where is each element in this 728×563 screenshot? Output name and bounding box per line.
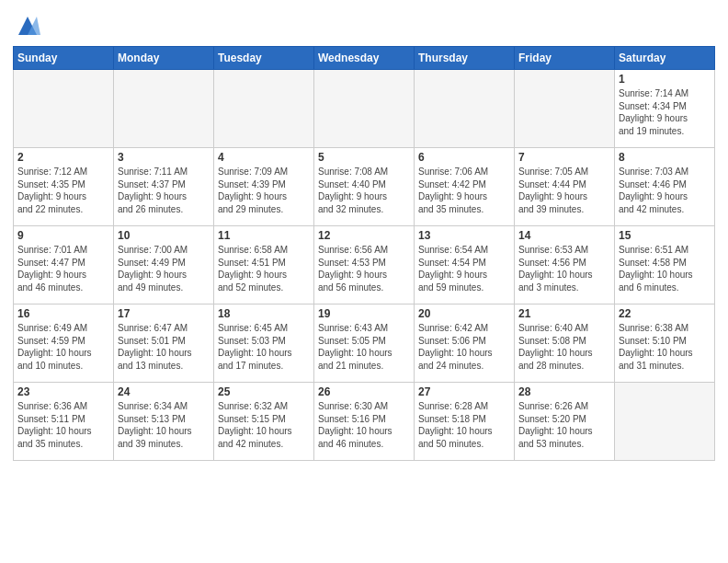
weekday-header-friday: Friday	[515, 47, 615, 70]
day-number: 7	[518, 151, 610, 164]
weekday-header-sunday: Sunday	[14, 47, 114, 70]
calendar-cell: 20Sunrise: 6:42 AM Sunset: 5:06 PM Dayli…	[415, 304, 515, 383]
day-number: 6	[418, 151, 510, 164]
day-info: Sunrise: 6:47 AM Sunset: 5:01 PM Dayligh…	[118, 322, 210, 372]
day-info: Sunrise: 7:05 AM Sunset: 4:44 PM Dayligh…	[518, 166, 610, 215]
calendar-cell	[615, 383, 715, 461]
calendar-cell	[415, 70, 515, 148]
day-number: 26	[318, 385, 410, 398]
day-info: Sunrise: 6:38 AM Sunset: 5:10 PM Dayligh…	[619, 322, 711, 372]
week-row-1: 1Sunrise: 7:14 AM Sunset: 4:34 PM Daylig…	[14, 70, 715, 148]
calendar-cell: 3Sunrise: 7:11 AM Sunset: 4:37 PM Daylig…	[114, 148, 214, 226]
calendar-cell: 21Sunrise: 6:40 AM Sunset: 5:08 PM Dayli…	[515, 304, 615, 383]
day-info: Sunrise: 7:14 AM Sunset: 4:34 PM Dayligh…	[619, 87, 711, 137]
day-info: Sunrise: 7:06 AM Sunset: 4:42 PM Dayligh…	[418, 166, 510, 215]
calendar-cell	[214, 70, 314, 148]
calendar-cell: 12Sunrise: 6:56 AM Sunset: 4:53 PM Dayli…	[314, 226, 415, 304]
day-info: Sunrise: 6:40 AM Sunset: 5:08 PM Dayligh…	[518, 322, 610, 372]
calendar-cell: 24Sunrise: 6:34 AM Sunset: 5:13 PM Dayli…	[114, 383, 214, 461]
calendar-cell: 7Sunrise: 7:05 AM Sunset: 4:44 PM Daylig…	[515, 148, 615, 226]
day-number: 27	[418, 385, 510, 398]
day-info: Sunrise: 7:01 AM Sunset: 4:47 PM Dayligh…	[17, 244, 109, 293]
calendar-cell: 28Sunrise: 6:26 AM Sunset: 5:20 PM Dayli…	[515, 383, 615, 461]
day-number: 8	[619, 151, 711, 164]
day-info: Sunrise: 6:32 AM Sunset: 5:15 PM Dayligh…	[218, 400, 310, 450]
day-number: 20	[418, 307, 510, 320]
day-info: Sunrise: 6:53 AM Sunset: 4:56 PM Dayligh…	[518, 244, 610, 293]
calendar-cell: 27Sunrise: 6:28 AM Sunset: 5:18 PM Dayli…	[415, 383, 515, 461]
day-info: Sunrise: 6:28 AM Sunset: 5:18 PM Dayligh…	[418, 400, 510, 450]
day-number: 22	[619, 307, 711, 320]
weekday-header-wednesday: Wednesday	[314, 47, 415, 70]
calendar-cell: 5Sunrise: 7:08 AM Sunset: 4:40 PM Daylig…	[314, 148, 415, 226]
calendar-cell: 6Sunrise: 7:06 AM Sunset: 4:42 PM Daylig…	[415, 148, 515, 226]
calendar-cell: 4Sunrise: 7:09 AM Sunset: 4:39 PM Daylig…	[214, 148, 314, 226]
calendar-cell: 16Sunrise: 6:49 AM Sunset: 4:59 PM Dayli…	[14, 304, 114, 383]
weekday-header-tuesday: Tuesday	[214, 47, 314, 70]
week-row-3: 9Sunrise: 7:01 AM Sunset: 4:47 PM Daylig…	[14, 226, 715, 304]
calendar-cell: 10Sunrise: 7:00 AM Sunset: 4:49 PM Dayli…	[114, 226, 214, 304]
day-info: Sunrise: 6:56 AM Sunset: 4:53 PM Dayligh…	[318, 244, 410, 293]
day-info: Sunrise: 6:42 AM Sunset: 5:06 PM Dayligh…	[418, 322, 510, 372]
weekday-header-row: SundayMondayTuesdayWednesdayThursdayFrid…	[14, 47, 715, 70]
logo-icon	[15, 13, 40, 39]
calendar-cell	[314, 70, 415, 148]
weekday-header-saturday: Saturday	[615, 47, 715, 70]
day-info: Sunrise: 6:36 AM Sunset: 5:11 PM Dayligh…	[17, 400, 109, 450]
logo	[13, 13, 40, 39]
day-number: 10	[118, 229, 210, 242]
week-row-5: 23Sunrise: 6:36 AM Sunset: 5:11 PM Dayli…	[14, 383, 715, 461]
calendar-cell: 1Sunrise: 7:14 AM Sunset: 4:34 PM Daylig…	[615, 70, 715, 148]
calendar-cell: 9Sunrise: 7:01 AM Sunset: 4:47 PM Daylig…	[14, 226, 114, 304]
calendar-cell	[515, 70, 615, 148]
day-number: 14	[518, 229, 610, 242]
calendar-cell: 22Sunrise: 6:38 AM Sunset: 5:10 PM Dayli…	[615, 304, 715, 383]
weekday-header-thursday: Thursday	[415, 47, 515, 70]
week-row-4: 16Sunrise: 6:49 AM Sunset: 4:59 PM Dayli…	[14, 304, 715, 383]
day-number: 16	[17, 307, 109, 320]
day-number: 4	[218, 151, 310, 164]
day-info: Sunrise: 6:58 AM Sunset: 4:51 PM Dayligh…	[218, 244, 310, 293]
day-number: 5	[318, 151, 410, 164]
day-number: 11	[218, 229, 310, 242]
calendar-cell: 26Sunrise: 6:30 AM Sunset: 5:16 PM Dayli…	[314, 383, 415, 461]
day-number: 17	[118, 307, 210, 320]
day-info: Sunrise: 6:54 AM Sunset: 4:54 PM Dayligh…	[418, 244, 510, 293]
calendar-table: SundayMondayTuesdayWednesdayThursdayFrid…	[13, 46, 715, 461]
calendar-cell: 14Sunrise: 6:53 AM Sunset: 4:56 PM Dayli…	[515, 226, 615, 304]
day-number: 23	[17, 385, 109, 398]
calendar-cell	[114, 70, 214, 148]
day-number: 28	[518, 385, 610, 398]
day-number: 18	[218, 307, 310, 320]
day-number: 9	[17, 229, 109, 242]
day-number: 19	[318, 307, 410, 320]
calendar-cell: 13Sunrise: 6:54 AM Sunset: 4:54 PM Dayli…	[415, 226, 515, 304]
day-info: Sunrise: 6:26 AM Sunset: 5:20 PM Dayligh…	[518, 400, 610, 450]
calendar-cell: 18Sunrise: 6:45 AM Sunset: 5:03 PM Dayli…	[214, 304, 314, 383]
day-number: 1	[619, 73, 711, 86]
calendar-cell: 11Sunrise: 6:58 AM Sunset: 4:51 PM Dayli…	[214, 226, 314, 304]
calendar-cell: 2Sunrise: 7:12 AM Sunset: 4:35 PM Daylig…	[14, 148, 114, 226]
calendar-cell: 8Sunrise: 7:03 AM Sunset: 4:46 PM Daylig…	[615, 148, 715, 226]
day-number: 24	[118, 385, 210, 398]
day-number: 3	[118, 151, 210, 164]
week-row-2: 2Sunrise: 7:12 AM Sunset: 4:35 PM Daylig…	[14, 148, 715, 226]
day-info: Sunrise: 6:49 AM Sunset: 4:59 PM Dayligh…	[17, 322, 109, 372]
day-number: 2	[17, 151, 109, 164]
day-info: Sunrise: 7:00 AM Sunset: 4:49 PM Dayligh…	[118, 244, 210, 293]
day-info: Sunrise: 6:51 AM Sunset: 4:58 PM Dayligh…	[619, 244, 711, 293]
header	[13, 9, 715, 39]
day-info: Sunrise: 7:08 AM Sunset: 4:40 PM Dayligh…	[318, 166, 410, 215]
day-number: 15	[619, 229, 711, 242]
day-info: Sunrise: 6:45 AM Sunset: 5:03 PM Dayligh…	[218, 322, 310, 372]
day-number: 12	[318, 229, 410, 242]
day-number: 25	[218, 385, 310, 398]
calendar-cell: 15Sunrise: 6:51 AM Sunset: 4:58 PM Dayli…	[615, 226, 715, 304]
day-number: 21	[518, 307, 610, 320]
calendar-cell	[14, 70, 114, 148]
day-info: Sunrise: 7:11 AM Sunset: 4:37 PM Dayligh…	[118, 166, 210, 215]
day-info: Sunrise: 7:12 AM Sunset: 4:35 PM Dayligh…	[17, 166, 109, 215]
weekday-header-monday: Monday	[114, 47, 214, 70]
calendar-cell: 25Sunrise: 6:32 AM Sunset: 5:15 PM Dayli…	[214, 383, 314, 461]
day-info: Sunrise: 7:09 AM Sunset: 4:39 PM Dayligh…	[218, 166, 310, 215]
